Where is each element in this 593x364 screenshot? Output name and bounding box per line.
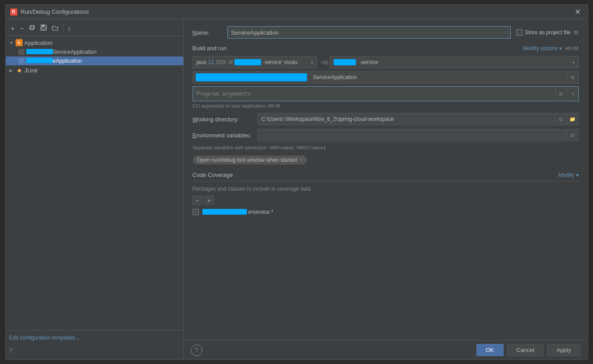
chevron-right-icon: ▶	[9, 68, 14, 73]
sdk-select[interactable]: java 11 SDK of -service' modu ▾	[193, 56, 317, 68]
env-vars-input[interactable]	[258, 132, 567, 138]
coverage-section: Code Coverage Modify ▾ Packages and clas…	[193, 172, 579, 216]
tree-item-2[interactable]: eApplication	[6, 56, 183, 65]
module-text: -service' modu	[263, 59, 298, 65]
app-icon: R	[10, 8, 17, 16]
working-dir-label: Working directory:	[193, 116, 255, 123]
name-input[interactable]	[227, 26, 511, 39]
cp-label: -cp	[321, 59, 328, 65]
config-icon-1	[18, 49, 24, 55]
coverage-item-checkbox[interactable]: ✓	[193, 209, 199, 215]
build-run-row: java 11 SDK of -service' modu ▾ -cp -ser…	[193, 56, 579, 68]
name-label: Name:	[193, 29, 224, 36]
bottom-bar: ? OK Cancel Apply	[184, 340, 588, 360]
application-group-label: Application	[24, 40, 53, 46]
svg-rect-1	[31, 25, 34, 29]
config-icon-2	[18, 58, 24, 64]
tree-item-1-label: ServiceApplication	[26, 49, 97, 55]
chevron-down-icon: ▼	[9, 40, 14, 45]
main-class-copy-btn[interactable]: ⧉	[567, 72, 578, 83]
sidebar-tree: ▼ A Application ServiceApplication	[6, 36, 183, 330]
prog-args-copy-btn[interactable]: ⧉	[555, 87, 567, 101]
application-group-header[interactable]: ▼ A Application	[6, 38, 183, 48]
svg-rect-0	[30, 26, 33, 30]
coverage-list-item: ✓ erservice.*	[193, 208, 579, 216]
coverage-remove-btn[interactable]: −	[193, 196, 202, 205]
application-group-icon: A	[16, 39, 23, 46]
open-tool-window-chip: Open run/debug tool window when started …	[193, 156, 307, 164]
prog-args-row[interactable]: ⧉ ⤡	[193, 86, 579, 101]
coverage-title: Code Coverage	[193, 172, 233, 178]
right-panel: Name: Store as project file ⚙ Build	[184, 19, 588, 360]
check-mark-icon: ✓	[194, 210, 198, 215]
chip-row: Open run/debug tool window when started …	[193, 156, 579, 164]
store-as-project-checkbox[interactable]	[516, 29, 522, 36]
program-arguments-input[interactable]	[193, 91, 555, 97]
junit-icon: ◆	[16, 67, 23, 74]
chevron-down-icon: ▾	[559, 45, 562, 52]
modify-options-label: Modify options	[523, 45, 557, 52]
working-dir-browse-btn[interactable]: 📁	[567, 113, 578, 125]
application-group: ▼ A Application ServiceApplication	[6, 38, 183, 65]
coverage-header: Code Coverage Modify ▾	[193, 172, 579, 181]
add-config-button[interactable]: +	[9, 24, 16, 33]
svg-rect-4	[41, 28, 46, 30]
cp-select[interactable]: -service ▾	[330, 56, 578, 68]
save-config-button[interactable]	[39, 24, 48, 33]
working-dir-row: Working directory: ⧉ 📁	[193, 113, 579, 125]
packages-label: Packages and classes to include in cover…	[193, 186, 579, 192]
copy-config-button[interactable]	[27, 24, 37, 33]
coverage-chevron-icon: ▾	[576, 172, 579, 178]
chip-close-btn[interactable]: ×	[299, 157, 303, 163]
store-as-project-label: Store as project file	[525, 29, 571, 36]
sort-button[interactable]: ↕	[66, 24, 73, 33]
name-row: Name: Store as project file ⚙	[193, 26, 579, 39]
working-dir-copy-btn[interactable]: ⧉	[555, 113, 567, 125]
junit-group-label: JUnit	[24, 67, 38, 74]
working-dir-input-wrap: ⧉ 📁	[258, 113, 579, 125]
ok-button[interactable]: OK	[476, 344, 504, 356]
env-vars-hint: Separate variables with semicolon: VAR=v…	[193, 145, 579, 150]
cli-hint: CLI arguments to your application. Alt+R	[193, 103, 579, 108]
junit-group[interactable]: ▶ ◆ JUnit	[6, 65, 183, 75]
modify-shortcut: Alt+M	[565, 45, 578, 52]
cancel-button[interactable]: Cancel	[507, 344, 544, 356]
help-button[interactable]: ?	[191, 344, 202, 356]
coverage-modify-link[interactable]: Modify ▾	[558, 172, 578, 178]
coverage-add-btn[interactable]: +	[204, 196, 214, 205]
svg-rect-3	[42, 25, 44, 27]
open-folder-button[interactable]	[50, 24, 60, 33]
java-version: 11	[208, 59, 214, 65]
prog-args-buttons: ⧉ ⤡	[555, 87, 578, 101]
store-project-row: Store as project file ⚙	[516, 29, 579, 36]
env-vars-input-wrap: ⧉	[258, 129, 579, 141]
coverage-modify-label: Modify	[558, 172, 574, 178]
build-run-title: Build and run	[193, 45, 227, 52]
env-vars-label: Environment variables:	[193, 132, 255, 139]
java-label: java	[197, 59, 206, 65]
close-button[interactable]: ✕	[572, 7, 583, 17]
coverage-toolbar: − +	[193, 196, 579, 205]
main-class-input[interactable]	[310, 74, 567, 80]
sdk-of-text: SDK of	[216, 59, 233, 65]
env-vars-copy-btn[interactable]: ⧉	[567, 129, 578, 141]
coverage-item-text: erservice.*	[202, 209, 274, 215]
sidebar-bottom: Edit configuration templates...	[6, 330, 183, 344]
main-class-row: ⧉	[193, 71, 579, 84]
tree-item-1[interactable]: ServiceApplication	[6, 48, 183, 56]
modify-options-link[interactable]: Modify options ▾	[523, 45, 562, 52]
store-as-project-checkbox-label[interactable]: Store as project file	[516, 29, 571, 36]
working-dir-input[interactable]	[258, 116, 555, 122]
prog-args-expand-btn[interactable]: ⤡	[567, 87, 578, 101]
edit-templates-link[interactable]: Edit configuration templates...	[9, 335, 80, 341]
gear-icon[interactable]: ⚙	[573, 29, 579, 36]
remove-config-button[interactable]: −	[18, 24, 25, 33]
service-text: -service	[359, 59, 378, 65]
apply-button[interactable]: Apply	[547, 344, 581, 356]
build-run-section-header: Build and run Modify options ▾ Alt+M	[193, 45, 579, 52]
sidebar-help: ?	[6, 344, 183, 357]
sidebar: + −	[6, 19, 184, 360]
sdk-select-arrow: ▾	[311, 60, 313, 65]
dialog-title: Run/Debug Configurations	[21, 8, 89, 15]
sidebar-toolbar: + −	[6, 22, 183, 36]
